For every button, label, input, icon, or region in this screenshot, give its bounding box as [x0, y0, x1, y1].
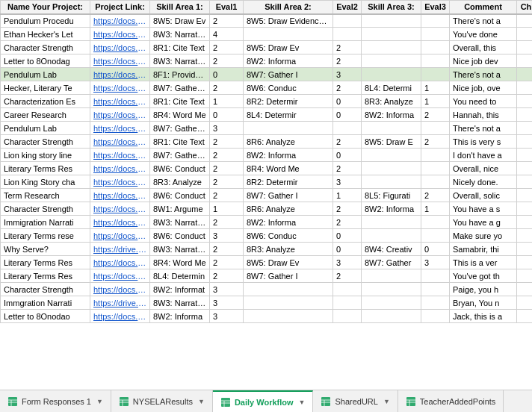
table-cell[interactable]: https://docs.go: [90, 81, 150, 95]
table-cell[interactable]: https://docs.go: [90, 149, 150, 162]
table-cell: 8R1: Cite Text: [150, 41, 210, 54]
header-row: Name Your Project:Project Link:Skill Are…: [1, 1, 533, 14]
sheet-icon: [220, 397, 231, 408]
table-cell: [517, 95, 533, 108]
table-cell: 8W2: Informa: [362, 202, 421, 216]
table-cell[interactable]: https://docs.go: [90, 269, 150, 283]
table-cell: Overall, solic: [450, 189, 517, 202]
table-cell: 2: [421, 189, 450, 202]
table-cell: [517, 81, 533, 95]
table-cell: 8W3: Narrative: [150, 54, 210, 68]
table-cell: 2: [333, 269, 362, 283]
table-cell[interactable]: https://docs.go: [90, 95, 150, 108]
table-cell[interactable]: https://docs.go: [90, 68, 150, 81]
table-cell: 4: [210, 28, 244, 41]
table-cell: Paige, you h: [450, 283, 517, 296]
sheet-icon: [406, 396, 416, 407]
table-cell: 8R4: Word Me: [244, 162, 333, 175]
table-cell[interactable]: https://docs.go: [90, 256, 150, 269]
table-cell: [517, 283, 533, 296]
table-cell[interactable]: https://drive.go: [90, 243, 150, 256]
table-cell[interactable]: https://drive.go: [90, 296, 150, 310]
table-row: Immgration Narratihttps://drive.go8W3: N…: [1, 296, 533, 310]
table-row: Term Researchhttps://docs.go8W6: Conduct…: [1, 189, 533, 202]
tab-sharedurl[interactable]: SharedURL▼: [313, 390, 398, 412]
table-row: Ethan Hecker's Lethttps://docs.go8W3: Na…: [1, 28, 533, 41]
table-cell[interactable]: https://docs.go: [90, 283, 150, 296]
table-cell[interactable]: https://docs.go: [90, 122, 150, 135]
table-row: Character Strengthhttps://docs.go8W2: In…: [1, 283, 533, 296]
table-cell: [362, 41, 421, 54]
header-cell-eval2: Eval2: [333, 1, 362, 14]
table-row: Lion king story linehttps://docs.go8W7: …: [1, 149, 533, 162]
table-cell: [421, 122, 450, 135]
table-cell: [362, 310, 421, 323]
table-cell[interactable]: https://docs.go: [90, 28, 150, 41]
tab-daily-workflow[interactable]: Daily Workflow▼: [213, 390, 314, 412]
table-cell: 2: [210, 149, 244, 162]
table-cell: [421, 269, 450, 283]
table-cell: You've done: [450, 28, 517, 41]
table-cell: [517, 269, 533, 283]
table-cell: Nice job dev: [450, 54, 517, 68]
svg-rect-8: [221, 398, 230, 407]
table-cell: 8W5: Draw Ev: [244, 41, 333, 54]
header-cell-eval3: Eval3: [421, 1, 450, 14]
table-cell: Pendulum Procedu: [1, 14, 90, 28]
header-cell-skill-area-2-: Skill Area 2:: [244, 1, 333, 14]
table-cell: 3: [210, 296, 244, 310]
table-cell[interactable]: https://docs.go: [90, 14, 150, 28]
table-row: Characterization Eshttps://docs.go8R1: C…: [1, 95, 533, 108]
table-cell: Character Strength: [1, 135, 90, 149]
table-cell[interactable]: https://docs.go: [90, 54, 150, 68]
table-cell: [333, 14, 362, 28]
table-cell: 8R4: Word Me: [150, 108, 210, 122]
table-cell: [362, 54, 421, 68]
table-cell: [333, 28, 362, 41]
table-cell: [362, 149, 421, 162]
table-cell[interactable]: https://docs.go: [90, 202, 150, 216]
table-cell: [517, 310, 533, 323]
table-cell[interactable]: https://docs.go: [90, 310, 150, 323]
table-cell: [362, 175, 421, 189]
table-cell[interactable]: https://docs.go: [90, 189, 150, 202]
table-cell: 8W7: Gather: [362, 256, 421, 269]
table-cell[interactable]: https://docs.go: [90, 229, 150, 243]
table-cell: Make sure yo: [450, 229, 517, 243]
table-cell[interactable]: https://docs.go: [90, 175, 150, 189]
table-cell: [362, 296, 421, 310]
table-cell: Lion king story line: [1, 149, 90, 162]
tab-label: TeacherAddedPoints: [420, 397, 496, 406]
table-cell: [517, 28, 533, 41]
table-cell: 8W7: Gather P: [150, 81, 210, 95]
table-cell: [362, 14, 421, 28]
table-cell: [421, 68, 450, 81]
table-cell[interactable]: https://docs.go: [90, 108, 150, 122]
table-cell: 1: [421, 202, 450, 216]
table-row: Hecker, Literary Tehttps://docs.go8W7: G…: [1, 81, 533, 95]
table-cell: 8W6: Conduc: [244, 81, 333, 95]
table-cell: Characterization Es: [1, 95, 90, 108]
table-cell: 0: [421, 243, 450, 256]
table-cell: 2: [210, 175, 244, 189]
table-cell: 8W3: Narrative: [150, 296, 210, 310]
table-cell: Career Research: [1, 108, 90, 122]
table-cell[interactable]: https://docs.go: [90, 216, 150, 229]
table-cell: 8W6: Conduc: [244, 229, 333, 243]
table-wrapper: Name Your Project:Project Link:Skill Are…: [0, 0, 532, 390]
table-cell: 8W5: Draw Ev: [244, 256, 333, 269]
table-cell: [517, 14, 533, 28]
tab-teacheraddedpoints[interactable]: TeacherAddedPoints: [398, 390, 504, 412]
table-cell: [362, 68, 421, 81]
table-cell: 2: [210, 256, 244, 269]
table-cell: [244, 28, 333, 41]
table-cell: 8W2: Informa: [244, 54, 333, 68]
table-cell[interactable]: https://docs.go: [90, 162, 150, 175]
table-cell: 8F1: Provide a: [150, 68, 210, 81]
table-cell[interactable]: https://docs.go: [90, 41, 150, 54]
table-cell: This is very s: [450, 135, 517, 149]
tab-form-responses-1[interactable]: Form Responses 1▼: [0, 390, 111, 412]
table-cell[interactable]: https://docs.go: [90, 135, 150, 149]
table-row: Pendulum Proceduhttps://docs.go8W5: Draw…: [1, 14, 533, 28]
tab-nyselaresults[interactable]: NYSELAResults▼: [111, 390, 213, 412]
